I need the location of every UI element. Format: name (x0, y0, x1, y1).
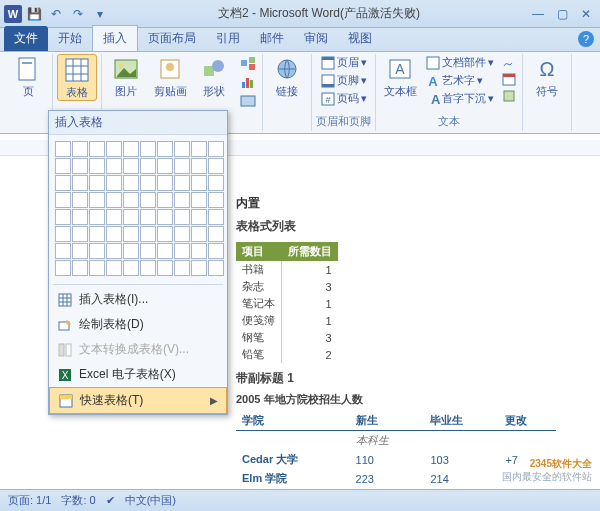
table-grid-picker[interactable] (49, 135, 227, 282)
grid-cell[interactable] (55, 175, 71, 191)
grid-cell[interactable] (106, 226, 122, 242)
textbox-button[interactable]: A文本框 (380, 54, 420, 99)
grid-cell[interactable] (174, 209, 190, 225)
shapes-button[interactable]: 形状 (194, 54, 234, 99)
dropcap-button[interactable]: A首字下沉▾ (424, 90, 496, 107)
link-button[interactable]: 链接 (267, 54, 307, 99)
grid-cell[interactable] (106, 209, 122, 225)
grid-cell[interactable] (89, 175, 105, 191)
maximize-icon[interactable]: ▢ (552, 7, 572, 21)
grid-cell[interactable] (55, 158, 71, 174)
menu-draw-table[interactable]: 绘制表格(D) (49, 312, 227, 337)
grid-cell[interactable] (89, 141, 105, 157)
grid-cell[interactable] (123, 141, 139, 157)
close-icon[interactable]: ✕ (576, 7, 596, 21)
grid-cell[interactable] (55, 209, 71, 225)
grid-cell[interactable] (106, 243, 122, 259)
grid-cell[interactable] (72, 158, 88, 174)
tab-review[interactable]: 审阅 (294, 26, 338, 51)
grid-cell[interactable] (106, 192, 122, 208)
status-words[interactable]: 字数: 0 (61, 493, 95, 508)
screenshot-button[interactable] (238, 92, 258, 110)
grid-cell[interactable] (55, 192, 71, 208)
grid-cell[interactable] (123, 226, 139, 242)
menu-excel-spreadsheet[interactable]: XExcel 电子表格(X) (49, 362, 227, 387)
grid-cell[interactable] (174, 226, 190, 242)
grid-cell[interactable] (89, 243, 105, 259)
grid-cell[interactable] (140, 175, 156, 191)
grid-cell[interactable] (72, 260, 88, 276)
smartart-button[interactable] (238, 54, 258, 72)
status-proofing-icon[interactable]: ✔ (106, 494, 115, 507)
grid-cell[interactable] (157, 141, 173, 157)
grid-cell[interactable] (55, 260, 71, 276)
menu-quick-tables[interactable]: 快速表格(T)▶ (49, 387, 227, 414)
status-page[interactable]: 页面: 1/1 (8, 493, 51, 508)
undo-icon[interactable]: ↶ (46, 4, 66, 24)
grid-cell[interactable] (55, 141, 71, 157)
parts-button[interactable]: 文档部件▾ (424, 54, 496, 71)
grid-cell[interactable] (140, 209, 156, 225)
grid-cell[interactable] (208, 141, 224, 157)
grid-cell[interactable] (208, 175, 224, 191)
tab-layout[interactable]: 页面布局 (138, 26, 206, 51)
grid-cell[interactable] (123, 260, 139, 276)
tab-home[interactable]: 开始 (48, 26, 92, 51)
grid-cell[interactable] (174, 243, 190, 259)
save-icon[interactable]: 💾 (24, 4, 44, 24)
grid-cell[interactable] (89, 226, 105, 242)
grid-cell[interactable] (123, 175, 139, 191)
grid-cell[interactable] (191, 175, 207, 191)
grid-cell[interactable] (89, 192, 105, 208)
grid-cell[interactable] (191, 158, 207, 174)
grid-cell[interactable] (89, 209, 105, 225)
grid-cell[interactable] (174, 141, 190, 157)
grid-cell[interactable] (157, 226, 173, 242)
status-language[interactable]: 中文(中国) (125, 493, 176, 508)
grid-cell[interactable] (55, 243, 71, 259)
grid-cell[interactable] (89, 260, 105, 276)
grid-cell[interactable] (72, 141, 88, 157)
menu-insert-table[interactable]: 插入表格(I)... (49, 287, 227, 312)
tab-view[interactable]: 视图 (338, 26, 382, 51)
page-button[interactable]: 页 (8, 54, 48, 99)
grid-cell[interactable] (208, 243, 224, 259)
pagenum-button[interactable]: #页码▾ (319, 90, 369, 107)
symbol-button[interactable]: Ω符号 (527, 54, 567, 99)
grid-cell[interactable] (191, 260, 207, 276)
grid-cell[interactable] (140, 260, 156, 276)
tab-file[interactable]: 文件 (4, 26, 48, 51)
grid-cell[interactable] (174, 175, 190, 191)
grid-cell[interactable] (157, 192, 173, 208)
grid-cell[interactable] (157, 243, 173, 259)
grid-cell[interactable] (174, 192, 190, 208)
grid-cell[interactable] (89, 158, 105, 174)
minimize-icon[interactable]: — (528, 7, 548, 21)
grid-cell[interactable] (157, 158, 173, 174)
grid-cell[interactable] (106, 175, 122, 191)
grid-cell[interactable] (140, 158, 156, 174)
grid-cell[interactable] (174, 260, 190, 276)
grid-cell[interactable] (208, 158, 224, 174)
grid-cell[interactable] (208, 226, 224, 242)
grid-cell[interactable] (72, 175, 88, 191)
grid-cell[interactable] (106, 158, 122, 174)
grid-cell[interactable] (208, 260, 224, 276)
grid-cell[interactable] (106, 260, 122, 276)
grid-cell[interactable] (123, 192, 139, 208)
grid-cell[interactable] (191, 243, 207, 259)
grid-cell[interactable] (72, 226, 88, 242)
help-icon[interactable]: ? (578, 31, 594, 47)
grid-cell[interactable] (157, 175, 173, 191)
grid-cell[interactable] (72, 243, 88, 259)
grid-cell[interactable] (191, 141, 207, 157)
picture-button[interactable]: 图片 (106, 54, 146, 99)
redo-icon[interactable]: ↷ (68, 4, 88, 24)
grid-cell[interactable] (140, 226, 156, 242)
grid-cell[interactable] (72, 209, 88, 225)
grid-cell[interactable] (123, 158, 139, 174)
grid-cell[interactable] (55, 226, 71, 242)
table-button[interactable]: 表格 (57, 54, 97, 101)
tab-mailings[interactable]: 邮件 (250, 26, 294, 51)
grid-cell[interactable] (106, 141, 122, 157)
